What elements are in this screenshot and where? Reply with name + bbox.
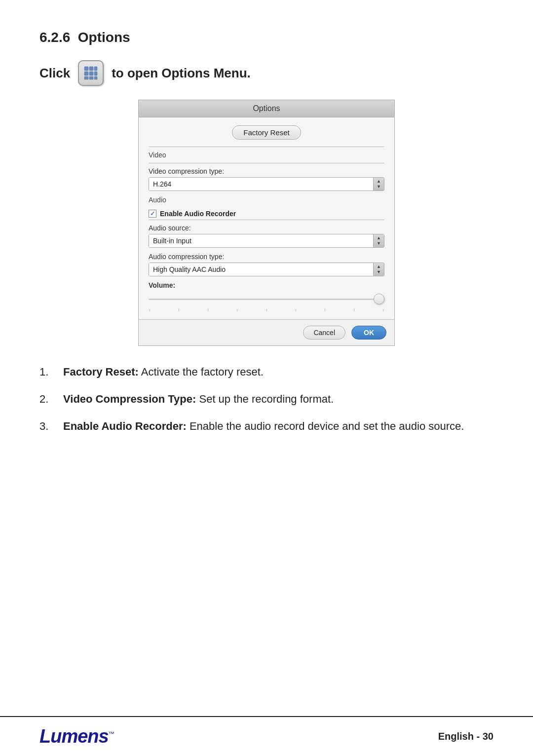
svg-rect-5 xyxy=(94,72,97,76)
list-item-3: 3. Enable Audio Recorder: Enable the aud… xyxy=(39,418,494,434)
dialog-body: Factory Reset Video Video compression ty… xyxy=(139,117,394,319)
video-compression-arrows[interactable]: ▲ ▼ xyxy=(373,178,384,190)
list-num-3: 3. xyxy=(39,418,48,434)
dialog-title-bar: Options xyxy=(139,100,394,117)
volume-slider-track xyxy=(149,299,384,300)
list-num-2: 2. xyxy=(39,391,48,407)
list-term-2: Video Compression Type: xyxy=(63,393,196,405)
audio-section-label: Audio xyxy=(149,196,384,204)
audio-compression-value: High Quality AAC Audio xyxy=(149,263,373,276)
video-compression-value: H.264 xyxy=(149,178,373,190)
audio-source-value: Built-in Input xyxy=(149,234,373,247)
video-compression-label: Video compression type: xyxy=(149,167,384,175)
list-item-1: 1. Factory Reset: Activate the factory r… xyxy=(39,364,494,380)
svg-rect-4 xyxy=(89,72,93,76)
enable-audio-row[interactable]: ✓ Enable Audio Recorder xyxy=(149,207,384,220)
svg-rect-6 xyxy=(84,76,88,79)
section-number: 6.2.6 xyxy=(39,30,70,45)
audio-compression-arrows[interactable]: ▲ ▼ xyxy=(373,263,384,276)
svg-rect-7 xyxy=(89,76,93,79)
list-num-1: 1. xyxy=(39,364,48,380)
enable-audio-label: Enable Audio Recorder xyxy=(160,210,236,218)
footer-language: English - 30 xyxy=(438,731,494,742)
trademark-symbol: ™ xyxy=(109,730,114,737)
volume-slider-ticks xyxy=(149,309,384,311)
factory-reset-button[interactable]: Factory Reset xyxy=(232,125,301,140)
factory-reset-row: Factory Reset xyxy=(149,125,384,140)
enable-audio-checkbox[interactable]: ✓ xyxy=(149,210,156,218)
click-suffix: to open Options Menu. xyxy=(112,66,251,81)
section-title: Options xyxy=(78,30,130,45)
video-section-label: Video xyxy=(149,151,384,159)
description-list: 1. Factory Reset: Activate the factory r… xyxy=(39,364,494,434)
page-footer: Lumens™ English - 30 xyxy=(0,716,533,756)
lumens-logo: Lumens™ xyxy=(39,726,114,747)
list-term-1: Factory Reset: xyxy=(63,366,139,378)
volume-slider-thumb[interactable] xyxy=(374,294,384,304)
options-dialog: Options Factory Reset Video Video compre… xyxy=(138,100,395,346)
volume-label: Volume: xyxy=(149,281,384,289)
dialog-title: Options xyxy=(253,104,280,113)
list-text-1: Activate the factory reset. xyxy=(139,366,264,378)
volume-slider-container[interactable] xyxy=(149,292,384,306)
audio-compression-label: Audio compression type: xyxy=(149,253,384,261)
divider-after-reset xyxy=(149,147,384,147)
svg-rect-0 xyxy=(84,67,88,71)
audio-source-arrows[interactable]: ▲ ▼ xyxy=(373,234,384,247)
audio-source-select[interactable]: Built-in Input ▲ ▼ xyxy=(149,234,384,248)
video-section: Video Video compression type: H.264 ▲ ▼ xyxy=(149,151,384,191)
list-text-2: Set up the recording format. xyxy=(196,393,334,405)
svg-rect-8 xyxy=(94,76,97,79)
audio-source-label: Audio source: xyxy=(149,224,384,232)
svg-rect-1 xyxy=(89,67,93,71)
svg-rect-2 xyxy=(94,67,97,71)
click-instruction-row: Click to open Options Menu. xyxy=(39,60,494,86)
list-item-2: 2. Video Compression Type: Set up the re… xyxy=(39,391,494,407)
options-icon-button[interactable] xyxy=(78,60,104,86)
svg-rect-3 xyxy=(84,72,88,76)
ok-button[interactable]: OK xyxy=(351,326,386,340)
section-heading: 6.2.6 Options xyxy=(39,30,494,45)
video-compression-select[interactable]: H.264 ▲ ▼ xyxy=(149,177,384,191)
cancel-button[interactable]: Cancel xyxy=(303,326,345,340)
dialog-footer: Cancel OK xyxy=(139,319,394,345)
audio-section: Audio ✓ Enable Audio Recorder Audio sour… xyxy=(149,196,384,311)
click-prefix: Click xyxy=(39,66,70,81)
audio-compression-select[interactable]: High Quality AAC Audio ▲ ▼ xyxy=(149,263,384,276)
list-text-3: Enable the audio record device and set t… xyxy=(187,420,464,432)
list-term-3: Enable Audio Recorder: xyxy=(63,420,187,432)
video-divider xyxy=(149,163,384,163)
options-menu-icon xyxy=(83,65,99,81)
